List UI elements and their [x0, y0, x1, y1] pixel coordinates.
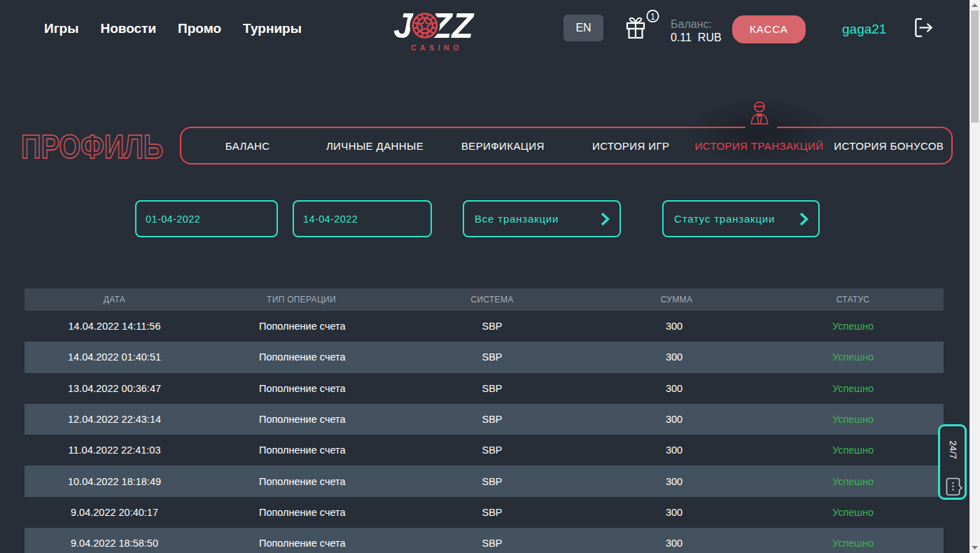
svg-text:CASINO: CASINO — [411, 43, 463, 52]
svg-text:1: 1 — [650, 12, 655, 22]
